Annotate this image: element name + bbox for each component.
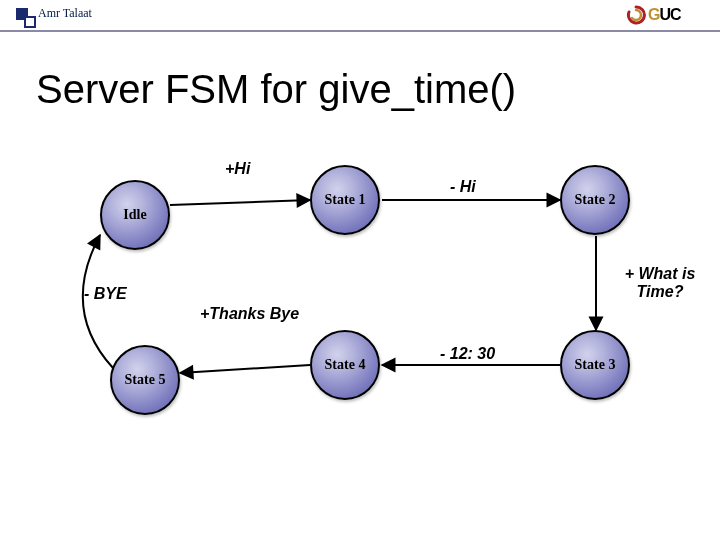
edge-s1-s2: - Hi [450, 178, 476, 196]
state-3: State 3 [560, 330, 630, 400]
guc-logo: GUC [626, 4, 706, 26]
state-2: State 2 [560, 165, 630, 235]
edge-s5-idle: - BYE [84, 285, 127, 303]
edge-idle-s1: +Hi [225, 160, 250, 178]
state-5: State 5 [110, 345, 180, 415]
edge-s2-s3: + What is Time? [605, 265, 715, 302]
slide: Amr Talaat GUC Server FSM for give_time(… [0, 0, 720, 540]
state-4: State 4 [310, 330, 380, 400]
state-1: State 1 [310, 165, 380, 235]
logo-text: GUC [648, 6, 681, 24]
svg-line-0 [170, 200, 310, 205]
slide-title: Server FSM for give_time() [36, 67, 516, 112]
state-idle: Idle [100, 180, 170, 250]
author-label: Amr Talaat [38, 6, 92, 21]
fsm-diagram: Idle State 1 State 2 State 3 State 4 Sta… [0, 120, 720, 500]
svg-line-4 [180, 365, 310, 373]
bullet-icon [24, 16, 36, 28]
slide-header: Amr Talaat GUC [0, 0, 720, 32]
edge-s4-s5: +Thanks Bye [200, 305, 299, 323]
edge-s3-s4: - 12: 30 [440, 345, 495, 363]
logo-swirl-icon [626, 5, 646, 25]
